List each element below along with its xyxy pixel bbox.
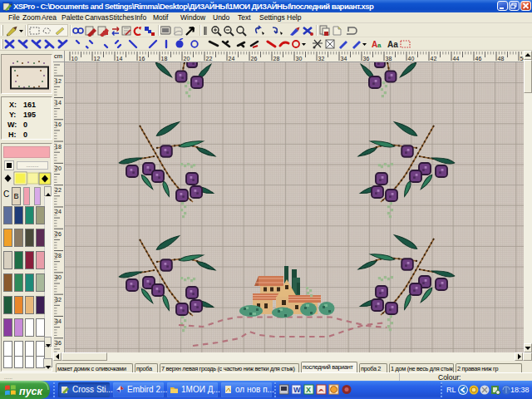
svg-text:18: 18 — [161, 56, 168, 62]
svg-text:12: 12 — [94, 56, 101, 62]
svg-text:a: a — [377, 42, 382, 49]
svg-text:32: 32 — [318, 56, 325, 62]
svg-text:40: 40 — [408, 56, 415, 62]
svg-text:34: 34 — [341, 56, 347, 62]
svg-text:пуск: пуск — [19, 386, 43, 397]
svg-text:X: X — [306, 386, 311, 394]
svg-text:10: 10 — [71, 56, 78, 62]
svg-text:26: 26 — [251, 56, 258, 62]
svg-text:48: 48 — [498, 56, 505, 62]
svg-text:36: 36 — [363, 56, 370, 62]
svg-text:22: 22 — [206, 56, 213, 62]
svg-text:42: 42 — [431, 56, 437, 62]
svg-text:44: 44 — [453, 56, 460, 62]
svg-text:Aa: Aa — [387, 40, 398, 49]
svg-text:16: 16 — [139, 56, 145, 62]
svg-text:14: 14 — [116, 56, 123, 62]
svg-text:24: 24 — [229, 56, 235, 62]
svg-text:W: W — [293, 386, 301, 394]
svg-text:46: 46 — [475, 56, 482, 62]
svg-text:20: 20 — [184, 56, 190, 62]
svg-text:38: 38 — [386, 56, 392, 62]
svg-text:30: 30 — [296, 56, 303, 62]
svg-text:28: 28 — [273, 56, 280, 62]
